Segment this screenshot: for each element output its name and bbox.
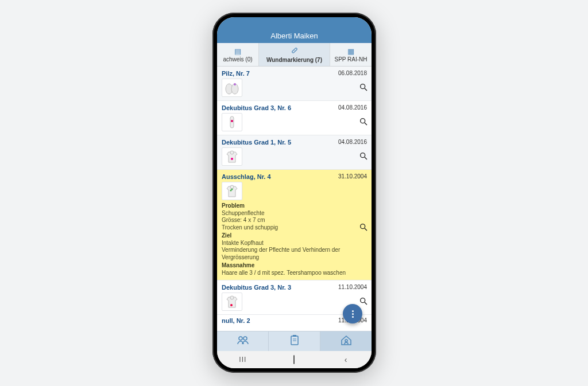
svg-rect-27	[293, 335, 296, 337]
item-date: 31.10.2004	[338, 173, 367, 180]
svg-point-4	[234, 83, 236, 85]
tab-label: achweis (0)	[223, 56, 252, 63]
phone-frame: Alberti Maiken ▤ achweis (0) Wundmarkier…	[212, 13, 376, 373]
massnahme-label: Massnahme	[222, 262, 367, 270]
svg-point-1	[294, 50, 295, 50]
svg-line-23	[365, 302, 367, 305]
zoom-icon[interactable]	[359, 117, 368, 126]
svg-point-15	[230, 185, 234, 189]
top-tabs: ▤ achweis (0) Wundmarkierung (7) ▦ SPP R…	[217, 43, 372, 67]
body-thumb-back	[222, 182, 242, 200]
back-button[interactable]: ‹	[339, 355, 352, 364]
svg-point-9	[361, 119, 365, 123]
body-thumb-torso	[222, 147, 242, 166]
svg-point-20	[230, 296, 234, 299]
svg-line-6	[365, 88, 367, 91]
list-item[interactable]: Dekubitus Grad 3, Nr. 6 04.08.2016	[217, 101, 372, 135]
problem-text: Schuppenflechte	[222, 210, 367, 217]
clipboard-icon	[290, 335, 299, 348]
fab-more[interactable]	[343, 304, 362, 323]
svg-point-22	[361, 298, 365, 303]
ziel-text: Intakte Kopfhaut	[222, 240, 367, 247]
ziel-text: Verminderung der Pflechte und Verhindern…	[222, 247, 367, 261]
massnahme-text: Haare alle 3 / d mit spez. Teershampoo w…	[222, 270, 367, 277]
recent-apps-button[interactable]: III	[237, 356, 249, 364]
nav-clipboard[interactable]	[269, 332, 320, 351]
people-icon	[237, 336, 249, 347]
zoom-icon[interactable]	[359, 297, 368, 306]
android-nav-bar: III ‹	[217, 351, 372, 368]
bandage-icon	[291, 46, 299, 56]
list-item[interactable]: Pilz, Nr. 7 06.08.2018	[217, 67, 372, 101]
home-person-icon	[341, 335, 352, 348]
svg-point-12	[231, 158, 233, 160]
problem-text: Trocken und schuppig	[222, 224, 367, 232]
svg-point-25	[243, 337, 247, 340]
bottom-app-nav	[217, 331, 372, 351]
nav-people[interactable]	[217, 332, 269, 351]
android-status-bar	[217, 17, 372, 30]
item-title: Dekubitus Grad 1, Nr. 5	[222, 139, 291, 146]
svg-point-17	[230, 190, 232, 192]
body-thumb-knee	[222, 113, 242, 131]
problem-label: Problem	[222, 202, 367, 210]
wound-list[interactable]: Pilz, Nr. 7 06.08.2018 Dekubitus Grad 3,…	[217, 67, 372, 331]
phone-screen: Alberti Maiken ▤ achweis (0) Wundmarkier…	[217, 17, 372, 368]
item-title: Ausschlag, Nr. 4	[222, 173, 271, 180]
tab-label: Wundmarkierung (7)	[266, 57, 322, 63]
svg-line-10	[365, 123, 367, 125]
tab-spp-rai[interactable]: ▦ SPP RAI-NH	[330, 43, 372, 66]
body-thumb-pelvis	[222, 293, 242, 311]
item-title: Pilz, Nr. 7	[222, 70, 250, 77]
form-icon: ▦	[347, 47, 354, 56]
app-header: Alberti Maiken	[217, 30, 372, 43]
item-title: null, Nr. 2	[222, 317, 250, 324]
svg-point-18	[361, 224, 365, 229]
item-date: 06.08.2018	[338, 70, 367, 77]
item-details: Problem Schuppenflechte Grösse: 4 x 7 cm…	[222, 202, 367, 276]
svg-point-11	[230, 151, 234, 154]
list-item-expanded[interactable]: Ausschlag, Nr. 4 31.10.2004 Problem Schu…	[217, 170, 372, 280]
item-date: 04.08.2016	[338, 104, 367, 111]
svg-line-14	[365, 157, 367, 159]
item-title: Dekubitus Grad 3, Nr. 3	[222, 284, 291, 291]
home-button[interactable]	[288, 356, 300, 364]
svg-point-5	[361, 84, 365, 89]
svg-point-24	[239, 337, 242, 340]
list-item[interactable]: Dekubitus Grad 1, Nr. 5 04.08.2016	[217, 135, 372, 170]
item-date: 04.08.2016	[338, 139, 367, 146]
item-date: 11.10.2004	[338, 284, 367, 291]
svg-line-19	[365, 228, 367, 231]
document-icon: ▤	[234, 47, 241, 56]
ziel-label: Ziel	[222, 232, 367, 240]
svg-point-21	[230, 304, 233, 306]
svg-point-8	[231, 120, 233, 122]
svg-point-30	[345, 340, 347, 342]
item-title: Dekubitus Grad 3, Nr. 6	[222, 104, 291, 111]
patient-name: Alberti Maiken	[270, 32, 318, 40]
body-thumb-feet	[222, 79, 242, 97]
problem-text: Grösse: 4 x 7 cm	[222, 217, 367, 224]
svg-point-13	[361, 153, 365, 158]
tab-label: SPP RAI-NH	[334, 56, 367, 63]
nav-home[interactable]	[320, 332, 372, 351]
tab-wundmarkierung[interactable]: Wundmarkierung (7)	[259, 43, 330, 66]
zoom-icon[interactable]	[359, 223, 368, 232]
more-vert-icon	[352, 310, 354, 318]
tab-nachweis[interactable]: ▤ achweis (0)	[217, 43, 259, 66]
zoom-icon[interactable]	[359, 151, 368, 161]
zoom-icon[interactable]	[359, 83, 368, 92]
